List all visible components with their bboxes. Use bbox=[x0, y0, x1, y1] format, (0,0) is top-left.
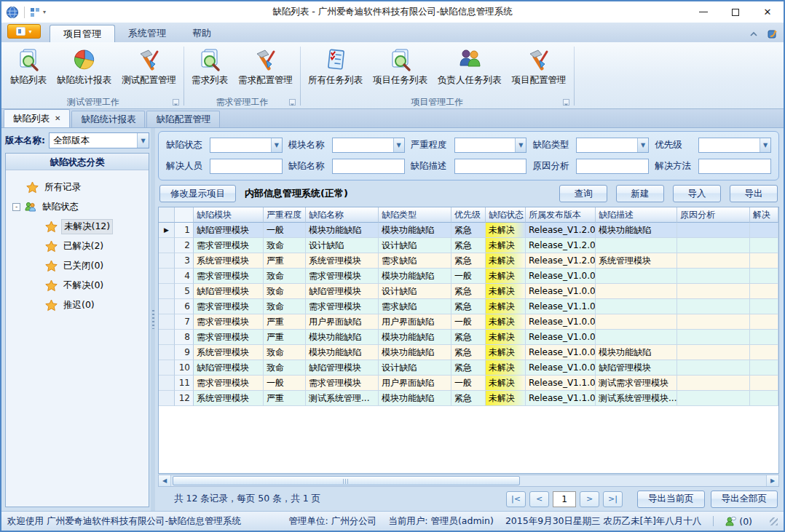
table-row[interactable]: 6需求管理模块致命需求管理模块需求缺陷紧急未解决Release_V1.1.0 bbox=[159, 299, 778, 314]
close-tab-icon[interactable]: ✕ bbox=[55, 115, 60, 122]
column-header[interactable]: 缺陷类型 bbox=[379, 207, 451, 223]
column-header[interactable]: 严重程度 bbox=[264, 207, 306, 223]
ribbon-button[interactable]: 需求列表 bbox=[186, 44, 233, 88]
filter-select[interactable]: ▼ bbox=[576, 138, 649, 153]
minimize-button[interactable] bbox=[687, 1, 719, 23]
table-row[interactable]: 4需求管理模块致命需求管理模块模块功能缺陷一般未解决Release_V1.0.0 bbox=[159, 269, 778, 284]
quick-access-icon[interactable] bbox=[30, 7, 40, 17]
ribbon-button[interactable]: 所有任务列表 bbox=[303, 44, 368, 88]
chevron-down-icon[interactable]: ▼ bbox=[271, 138, 282, 152]
version-row: 版本名称: 全部版本 ▼ bbox=[5, 132, 149, 149]
table-row[interactable]: 8需求管理模块严重模块功能缺陷模块功能缺陷紧急未解决Release_V1.0.0 bbox=[159, 330, 778, 345]
ribbon-button[interactable]: 需求配置管理 bbox=[233, 44, 298, 88]
column-header[interactable]: 缺陷名称 bbox=[306, 207, 379, 223]
chevron-down-icon[interactable]: ▼ bbox=[760, 138, 770, 152]
scrollbar-thumb[interactable] bbox=[173, 476, 520, 485]
scroll-right-icon[interactable]: ▶ bbox=[766, 475, 778, 486]
ribbon-button[interactable]: 缺陷列表 bbox=[5, 44, 52, 88]
chevron-down-icon[interactable]: ▼ bbox=[393, 138, 404, 152]
doc-tab-2[interactable]: 缺陷统计报表 bbox=[71, 111, 145, 127]
messages-indicator[interactable]: (0) bbox=[725, 516, 752, 527]
checklist-icon bbox=[323, 47, 348, 72]
filter-input[interactable] bbox=[698, 159, 771, 174]
tree-item[interactable]: 已关闭(0) bbox=[7, 256, 147, 276]
column-header[interactable]: 缺陷状态 bbox=[486, 207, 526, 223]
ribbon-button[interactable]: 项目任务列表 bbox=[368, 44, 433, 88]
ribbon-tab-1[interactable]: 项目管理 bbox=[50, 25, 115, 42]
ribbon-button[interactable]: 负责人任务列表 bbox=[433, 44, 507, 88]
action-button[interactable]: 导出 bbox=[730, 185, 778, 202]
action-button[interactable]: 新建 bbox=[616, 185, 664, 202]
filter-input[interactable] bbox=[210, 159, 283, 174]
collapse-node-icon[interactable]: - bbox=[12, 203, 20, 211]
table-cell bbox=[677, 314, 750, 330]
tree-item[interactable]: -缺陷状态 bbox=[7, 197, 147, 217]
filter-select[interactable]: ▼ bbox=[332, 138, 405, 153]
ribbon-button[interactable]: 项目配置管理 bbox=[507, 44, 572, 88]
table-row[interactable]: 2需求管理模块致命设计缺陷设计缺陷紧急未解决Release_V1.2.0 bbox=[159, 238, 778, 253]
ribbon-tab-3[interactable]: 帮助 bbox=[179, 25, 224, 42]
table-row[interactable]: 3系统管理模块严重系统管理模块需求缺陷紧急未解决Release_V1.2.0系统… bbox=[159, 253, 778, 269]
table-row[interactable]: 11需求管理模块一般需求管理模块用户界面缺陷一般未解决Release_V1.1.… bbox=[159, 376, 778, 391]
titlebar-separator bbox=[24, 7, 25, 18]
table-row[interactable]: 10缺陷管理模块致命缺陷管理模块设计缺陷紧急未解决Release_V1.0.0缺… bbox=[159, 360, 778, 376]
filter-select[interactable]: ▼ bbox=[454, 138, 527, 153]
style-selector-icon[interactable] bbox=[768, 29, 778, 39]
dialog-launcher-icon[interactable] bbox=[563, 99, 569, 106]
column-header[interactable]: 缺陷模块 bbox=[194, 207, 264, 223]
ribbon-button[interactable]: 测试配置管理 bbox=[117, 44, 181, 88]
ribbon-tab-2[interactable]: 系统管理 bbox=[115, 25, 179, 42]
action-button[interactable]: 导入 bbox=[673, 185, 721, 202]
filter-input[interactable] bbox=[576, 159, 649, 174]
tree-item[interactable]: 推迟(0) bbox=[7, 295, 147, 315]
filter-select[interactable]: ▼ bbox=[698, 138, 771, 153]
table-row[interactable]: 5缺陷管理模块致命缺陷管理模块设计缺陷紧急未解决Release_V1.0.0 bbox=[159, 284, 778, 299]
filter-input[interactable] bbox=[332, 159, 405, 174]
doc-tab-3[interactable]: 缺陷配置管理 bbox=[146, 111, 220, 127]
dialog-launcher-icon[interactable] bbox=[173, 99, 179, 106]
column-header[interactable]: 原因分析 bbox=[677, 207, 750, 223]
export-current-page-button[interactable]: 导出当前页 bbox=[637, 491, 705, 508]
quick-access-caret-icon[interactable]: ▾ bbox=[43, 9, 46, 15]
last-page-button[interactable]: >| bbox=[603, 491, 623, 507]
tree-item[interactable]: 未解决(12) bbox=[7, 217, 147, 237]
application-menu-button[interactable]: ▾ bbox=[7, 24, 41, 39]
filter-input[interactable] bbox=[454, 159, 527, 174]
table-row[interactable]: 9系统管理模块致命模块功能缺陷模块功能缺陷紧急未解决Release_V1.0.0… bbox=[159, 345, 778, 360]
page-number-input[interactable] bbox=[553, 491, 576, 507]
tree-item[interactable]: 不解决(0) bbox=[7, 276, 147, 295]
app-window: ▾ 缺陷列表 - 广州爱奇迪软件科技有限公司-缺陷信息管理系统 ✕ ▾ 项目管理… bbox=[0, 0, 785, 532]
horizontal-scrollbar[interactable]: ◀ ▶ bbox=[158, 475, 779, 487]
chevron-down-icon[interactable]: ▼ bbox=[515, 138, 526, 152]
close-button[interactable]: ✕ bbox=[752, 1, 784, 23]
table-cell: 未解决 bbox=[486, 284, 526, 299]
next-page-button[interactable]: > bbox=[580, 491, 599, 507]
modify-columns-button[interactable]: 修改显示项目 bbox=[159, 185, 236, 202]
table-row[interactable]: 12系统管理模块严重测试系统管理...模块功能缺陷紧急未解决Release_V1… bbox=[159, 391, 778, 406]
export-all-pages-button[interactable]: 导出全部页 bbox=[711, 491, 778, 508]
column-header[interactable]: 缺陷描述 bbox=[596, 207, 677, 223]
column-header[interactable]: 解决 bbox=[750, 207, 778, 223]
scroll-left-icon[interactable]: ◀ bbox=[159, 475, 171, 486]
tree-item[interactable]: 已解决(2) bbox=[7, 237, 147, 256]
table-cell: 紧急 bbox=[451, 238, 486, 253]
collapse-ribbon-icon[interactable] bbox=[749, 29, 759, 39]
column-header[interactable]: 优先级 bbox=[451, 207, 486, 223]
action-button[interactable]: 查询 bbox=[559, 185, 607, 202]
table-row[interactable]: 7需求管理模块严重用户界面缺陷用户界面缺陷一般未解决Release_V1.0.0 bbox=[159, 314, 778, 330]
resize-grip-icon[interactable] bbox=[770, 517, 778, 525]
first-page-button[interactable]: |< bbox=[506, 491, 526, 507]
tree-item[interactable]: 所有记录 bbox=[7, 178, 147, 197]
chevron-down-icon[interactable]: ▼ bbox=[137, 133, 149, 148]
prev-page-button[interactable]: < bbox=[529, 491, 549, 507]
column-header[interactable]: 所属发布版本 bbox=[526, 207, 596, 223]
ribbon-button[interactable]: 缺陷统计报表 bbox=[52, 44, 117, 88]
dialog-launcher-icon[interactable] bbox=[289, 99, 296, 106]
maximize-button[interactable] bbox=[719, 1, 752, 23]
doc-tab-1[interactable]: 缺陷列表✕ bbox=[4, 109, 70, 127]
version-select[interactable]: 全部版本 ▼ bbox=[49, 132, 149, 148]
chevron-down-icon[interactable]: ▼ bbox=[637, 138, 648, 152]
table-cell: 模块功能缺陷 bbox=[596, 223, 677, 238]
table-row[interactable]: ▶1缺陷管理模块一般模块功能缺陷模块功能缺陷紧急未解决Release_V1.2.… bbox=[159, 223, 778, 238]
filter-select[interactable]: ▼ bbox=[210, 138, 283, 153]
